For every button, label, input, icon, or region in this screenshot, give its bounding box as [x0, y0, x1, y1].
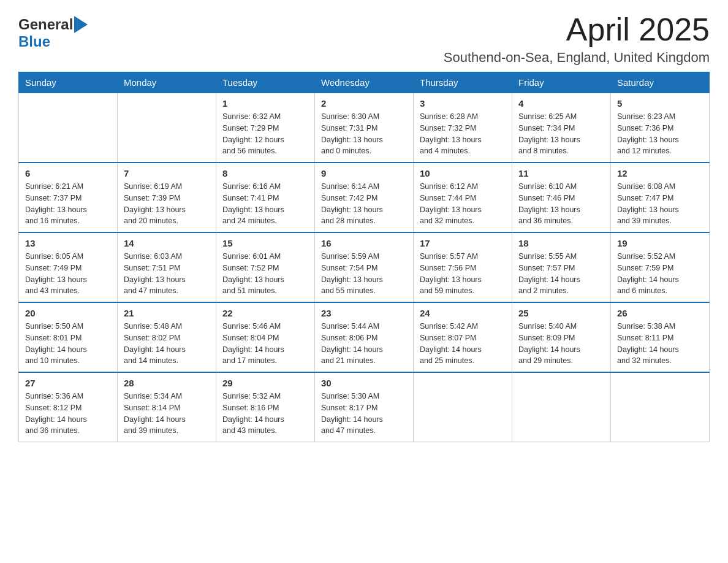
calendar-cell: 24Sunrise: 5:42 AMSunset: 8:07 PMDayligh…	[414, 302, 512, 372]
day-info: Sunrise: 5:36 AMSunset: 8:12 PMDaylight:…	[25, 391, 111, 437]
calendar-cell: 6Sunrise: 6:21 AMSunset: 7:37 PMDaylight…	[19, 163, 118, 232]
calendar-cell	[414, 372, 512, 442]
page-subtitle: Southend-on-Sea, England, United Kingdom	[444, 50, 710, 66]
calendar-cell: 15Sunrise: 6:01 AMSunset: 7:52 PMDayligh…	[216, 232, 315, 302]
day-info: Sunrise: 5:32 AMSunset: 8:16 PMDaylight:…	[222, 391, 308, 437]
calendar-cell: 16Sunrise: 5:59 AMSunset: 7:54 PMDayligh…	[315, 232, 414, 302]
calendar-week-row: 27Sunrise: 5:36 AMSunset: 8:12 PMDayligh…	[19, 372, 710, 442]
day-number: 28	[124, 378, 210, 388]
svg-marker-0	[74, 16, 88, 33]
calendar-cell: 20Sunrise: 5:50 AMSunset: 8:01 PMDayligh…	[19, 302, 118, 372]
calendar-cell: 14Sunrise: 6:03 AMSunset: 7:51 PMDayligh…	[118, 232, 216, 302]
day-number: 22	[222, 308, 308, 318]
day-number: 21	[124, 308, 210, 318]
calendar-cell: 19Sunrise: 5:52 AMSunset: 7:59 PMDayligh…	[611, 232, 710, 302]
day-number: 8	[222, 168, 308, 178]
day-number: 20	[25, 308, 111, 318]
day-info: Sunrise: 5:52 AMSunset: 7:59 PMDaylight:…	[617, 251, 703, 297]
calendar-cell	[118, 93, 216, 163]
day-info: Sunrise: 6:28 AMSunset: 7:32 PMDaylight:…	[420, 111, 506, 157]
calendar-cell: 10Sunrise: 6:12 AMSunset: 7:44 PMDayligh…	[414, 163, 512, 232]
column-header-tuesday: Tuesday	[216, 72, 315, 93]
day-info: Sunrise: 5:34 AMSunset: 8:14 PMDaylight:…	[124, 391, 210, 437]
calendar-cell: 2Sunrise: 6:30 AMSunset: 7:31 PMDaylight…	[315, 93, 414, 163]
calendar-cell: 25Sunrise: 5:40 AMSunset: 8:09 PMDayligh…	[512, 302, 611, 372]
calendar-week-row: 6Sunrise: 6:21 AMSunset: 7:37 PMDaylight…	[19, 163, 710, 232]
column-header-friday: Friday	[512, 72, 611, 93]
day-info: Sunrise: 6:32 AMSunset: 7:29 PMDaylight:…	[222, 111, 308, 157]
calendar-cell: 3Sunrise: 6:28 AMSunset: 7:32 PMDaylight…	[414, 93, 512, 163]
calendar-cell: 1Sunrise: 6:32 AMSunset: 7:29 PMDaylight…	[216, 93, 315, 163]
day-number: 4	[518, 98, 604, 109]
day-number: 25	[518, 308, 604, 318]
day-info: Sunrise: 5:30 AMSunset: 8:17 PMDaylight:…	[321, 391, 407, 437]
calendar-cell	[19, 93, 118, 163]
calendar-cell: 21Sunrise: 5:48 AMSunset: 8:02 PMDayligh…	[118, 302, 216, 372]
day-info: Sunrise: 5:50 AMSunset: 8:01 PMDaylight:…	[25, 321, 111, 367]
column-header-wednesday: Wednesday	[315, 72, 414, 93]
logo-blue-text: Blue	[18, 33, 50, 50]
day-info: Sunrise: 6:01 AMSunset: 7:52 PMDaylight:…	[222, 251, 308, 297]
calendar-cell: 11Sunrise: 6:10 AMSunset: 7:46 PMDayligh…	[512, 163, 611, 232]
day-info: Sunrise: 5:42 AMSunset: 8:07 PMDaylight:…	[420, 321, 506, 367]
day-info: Sunrise: 6:25 AMSunset: 7:34 PMDaylight:…	[518, 111, 604, 157]
page-title: April 2025	[444, 12, 710, 47]
day-info: Sunrise: 5:48 AMSunset: 8:02 PMDaylight:…	[124, 321, 210, 367]
calendar-cell: 27Sunrise: 5:36 AMSunset: 8:12 PMDayligh…	[19, 372, 118, 442]
day-info: Sunrise: 5:40 AMSunset: 8:09 PMDaylight:…	[518, 321, 604, 367]
day-number: 2	[321, 98, 407, 109]
day-number: 24	[420, 308, 506, 318]
day-number: 7	[124, 168, 210, 178]
logo-general-text: General	[18, 16, 73, 33]
day-info: Sunrise: 5:46 AMSunset: 8:04 PMDaylight:…	[222, 321, 308, 367]
day-info: Sunrise: 6:03 AMSunset: 7:51 PMDaylight:…	[124, 251, 210, 297]
day-number: 14	[124, 238, 210, 248]
calendar-cell: 12Sunrise: 6:08 AMSunset: 7:47 PMDayligh…	[611, 163, 710, 232]
calendar-cell	[611, 372, 710, 442]
day-number: 18	[518, 238, 604, 248]
day-number: 12	[617, 168, 703, 178]
calendar-cell: 8Sunrise: 6:16 AMSunset: 7:41 PMDaylight…	[216, 163, 315, 232]
calendar-cell: 22Sunrise: 5:46 AMSunset: 8:04 PMDayligh…	[216, 302, 315, 372]
column-header-thursday: Thursday	[414, 72, 512, 93]
day-number: 13	[25, 238, 111, 248]
column-header-monday: Monday	[118, 72, 216, 93]
calendar-week-row: 1Sunrise: 6:32 AMSunset: 7:29 PMDaylight…	[19, 93, 710, 163]
calendar-cell: 17Sunrise: 5:57 AMSunset: 7:56 PMDayligh…	[414, 232, 512, 302]
title-block: April 2025 Southend-on-Sea, England, Uni…	[444, 12, 710, 66]
calendar-cell: 30Sunrise: 5:30 AMSunset: 8:17 PMDayligh…	[315, 372, 414, 442]
day-number: 1	[222, 98, 308, 109]
day-info: Sunrise: 5:44 AMSunset: 8:06 PMDaylight:…	[321, 321, 407, 367]
day-number: 29	[222, 378, 308, 388]
calendar-cell: 29Sunrise: 5:32 AMSunset: 8:16 PMDayligh…	[216, 372, 315, 442]
day-number: 9	[321, 168, 407, 178]
column-header-saturday: Saturday	[611, 72, 710, 93]
day-info: Sunrise: 6:08 AMSunset: 7:47 PMDaylight:…	[617, 181, 703, 227]
day-number: 19	[617, 238, 703, 248]
calendar-week-row: 13Sunrise: 6:05 AMSunset: 7:49 PMDayligh…	[19, 232, 710, 302]
logo-arrow-icon	[74, 16, 88, 33]
day-number: 26	[617, 308, 703, 318]
day-number: 17	[420, 238, 506, 248]
day-info: Sunrise: 6:10 AMSunset: 7:46 PMDaylight:…	[518, 181, 604, 227]
day-info: Sunrise: 5:57 AMSunset: 7:56 PMDaylight:…	[420, 251, 506, 297]
calendar-cell: 18Sunrise: 5:55 AMSunset: 7:57 PMDayligh…	[512, 232, 611, 302]
column-header-sunday: Sunday	[19, 72, 118, 93]
page-header: General Blue April 2025 Southend-on-Sea,…	[18, 12, 710, 66]
day-number: 23	[321, 308, 407, 318]
calendar-cell: 28Sunrise: 5:34 AMSunset: 8:14 PMDayligh…	[118, 372, 216, 442]
calendar-cell: 5Sunrise: 6:23 AMSunset: 7:36 PMDaylight…	[611, 93, 710, 163]
day-number: 3	[420, 98, 506, 109]
day-number: 10	[420, 168, 506, 178]
day-number: 27	[25, 378, 111, 388]
calendar-cell: 7Sunrise: 6:19 AMSunset: 7:39 PMDaylight…	[118, 163, 216, 232]
calendar-cell: 23Sunrise: 5:44 AMSunset: 8:06 PMDayligh…	[315, 302, 414, 372]
day-info: Sunrise: 5:59 AMSunset: 7:54 PMDaylight:…	[321, 251, 407, 297]
day-number: 16	[321, 238, 407, 248]
day-number: 30	[321, 378, 407, 388]
day-info: Sunrise: 6:19 AMSunset: 7:39 PMDaylight:…	[124, 181, 210, 227]
day-info: Sunrise: 5:55 AMSunset: 7:57 PMDaylight:…	[518, 251, 604, 297]
day-info: Sunrise: 6:16 AMSunset: 7:41 PMDaylight:…	[222, 181, 308, 227]
calendar-header-row: SundayMondayTuesdayWednesdayThursdayFrid…	[19, 72, 710, 93]
day-info: Sunrise: 6:12 AMSunset: 7:44 PMDaylight:…	[420, 181, 506, 227]
